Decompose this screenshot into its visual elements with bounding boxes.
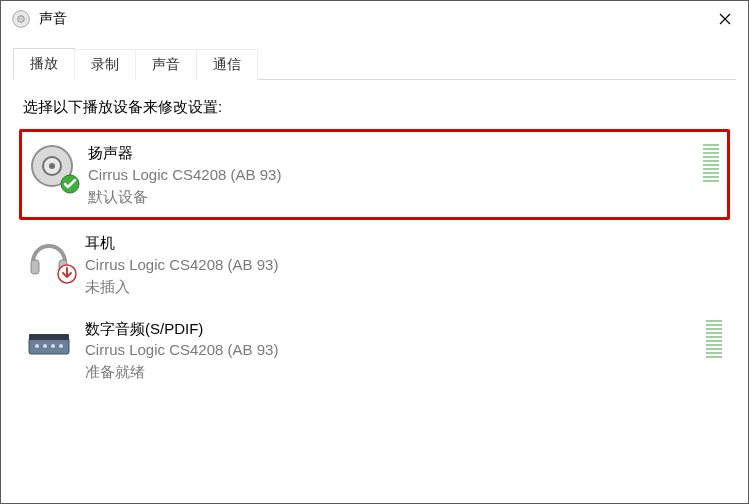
device-text: 耳机Cirrus Logic CS4208 (AB 93)未插入: [85, 232, 722, 297]
svg-point-4: [49, 163, 55, 169]
unplugged-badge-icon: [57, 264, 77, 284]
headphone-icon: [25, 232, 73, 280]
device-status: Cirrus Logic CS4208 (AB 93): [85, 254, 722, 276]
svg-point-1: [18, 16, 25, 23]
spdif-icon: [25, 318, 73, 366]
titlebar: 声音: [1, 1, 748, 37]
device-name: 数字音频(S/PDIF): [85, 318, 700, 340]
tab-sound[interactable]: 声音: [135, 49, 197, 80]
sound-app-icon: [11, 9, 31, 29]
tab-playback[interactable]: 播放: [13, 48, 75, 80]
speaker-icon: [28, 142, 76, 190]
tab-comm[interactable]: 通信: [196, 49, 258, 80]
level-meter-icon: [706, 318, 722, 358]
device-text: 扬声器Cirrus Logic CS4208 (AB 93)默认设备: [88, 142, 697, 207]
svg-point-11: [35, 344, 39, 348]
svg-rect-6: [31, 260, 39, 274]
svg-point-13: [51, 344, 55, 348]
device-name: 扬声器: [88, 142, 697, 164]
device-list: 扬声器Cirrus Logic CS4208 (AB 93)默认设备耳机Cirr…: [13, 129, 736, 393]
svg-rect-10: [29, 334, 69, 340]
instruction-text: 选择以下播放设备来修改设置:: [23, 98, 726, 117]
level-meter-icon: [703, 142, 719, 182]
window-title: 声音: [39, 10, 67, 28]
svg-point-14: [59, 344, 63, 348]
dialog-content: 播放录制声音通信 选择以下播放设备来修改设置: 扬声器Cirrus Logic …: [1, 37, 748, 393]
tab-strip: 播放录制声音通信: [13, 47, 736, 80]
check-badge-icon: [60, 174, 80, 194]
device-item-headphone[interactable]: 耳机Cirrus Logic CS4208 (AB 93)未插入: [19, 222, 730, 307]
close-icon: [719, 13, 731, 25]
device-status: Cirrus Logic CS4208 (AB 93): [88, 164, 697, 186]
close-button[interactable]: [702, 4, 748, 34]
tab-record[interactable]: 录制: [74, 49, 136, 80]
device-name: 耳机: [85, 232, 722, 254]
device-status: Cirrus Logic CS4208 (AB 93): [85, 339, 700, 361]
svg-point-12: [43, 344, 47, 348]
device-item-spdif[interactable]: 数字音频(S/PDIF)Cirrus Logic CS4208 (AB 93)准…: [19, 308, 730, 393]
device-item-speaker[interactable]: 扬声器Cirrus Logic CS4208 (AB 93)默认设备: [19, 129, 730, 220]
device-text: 数字音频(S/PDIF)Cirrus Logic CS4208 (AB 93)准…: [85, 318, 700, 383]
sound-settings-window: 声音 播放录制声音通信 选择以下播放设备来修改设置: 扬声器Cirrus Log…: [0, 0, 749, 504]
